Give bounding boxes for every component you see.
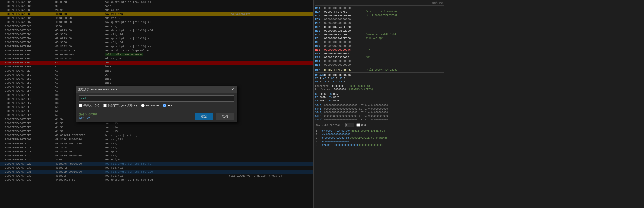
modal-cancel-button[interactable]: 取消 [216, 113, 234, 120]
modal-close-button[interactable]: ✕ [230, 87, 235, 92]
seg-gs: GS 002B [315, 93, 326, 96]
st-reg-name: ST(2) [315, 111, 324, 114]
last-status-value: 00000000 [334, 88, 346, 91]
reg-value[interactable]: 000000D72A28EF68 [324, 37, 365, 40]
last-status-label: LastStatus [315, 88, 330, 91]
seg-fs: FS 0053 [329, 93, 339, 96]
flag-of-label: OF 0 [331, 77, 337, 80]
call-stack-row: 3:r8000000D72A28EF68000000D72A28EF68 &"呀… [316, 136, 443, 140]
rflags-value[interactable]: 0000000000000246 [324, 74, 365, 77]
seg-es: ES 002B [315, 96, 326, 99]
reg-name: R13 [315, 56, 324, 59]
reg-row: R150000000000000000 [315, 63, 444, 67]
modal-nop-size-checkbox-label[interactable]: 保持大小(S) [79, 104, 100, 107]
st-reg-name: ST(3) [315, 115, 324, 118]
cs-reg: r8 [321, 137, 324, 140]
reg-row: R140000000000000000 [315, 59, 444, 63]
reg-row: R130000023553C0000'@' [315, 55, 444, 59]
cs-reg: [rsp+28] [321, 144, 333, 147]
unlock-label[interactable]: 解锁 [356, 123, 366, 127]
cs-reg: r9 [321, 140, 324, 143]
seg-ds: DS 002B [329, 96, 339, 99]
modal-asmjit-radio-label[interactable]: asmjit [163, 104, 177, 107]
reg-value[interactable]: 0000000000000000 [324, 60, 365, 63]
reg-value[interactable]: 0000000000000001 [324, 52, 365, 55]
reg-row: RDX0000000000000000 [315, 17, 444, 21]
reg-name: RSP [315, 26, 324, 29]
modal-footer: 指令编码成功! 字节：C3 确定 取消 [76, 111, 237, 122]
reg-value[interactable]: 0000000000000000 [324, 7, 365, 10]
reg-row: RSP000000D72A28EF70 [315, 25, 444, 29]
regs-divider-4 [315, 92, 444, 92]
reg-value[interactable]: 0000000000000000 [324, 41, 365, 44]
reg-row: RSI000000D72A592000 [315, 29, 444, 33]
disasm-panel: ·00007FFEAF67FBBAD350 A8rcl dword ptr ds… [0, 0, 313, 208]
reg-comment: "LdrpInitializeProces [366, 10, 443, 13]
cs-addr-val: 0000000000000000 [325, 140, 349, 143]
reg-row: RBP0000000000000000 [315, 21, 444, 25]
modal-nop-size-checkbox[interactable] [79, 104, 82, 107]
modal-ok-button[interactable]: 确定 [195, 113, 213, 120]
reg-name: RDI [315, 33, 324, 36]
call-stack-row: 2:rdx0000000000000000 [316, 133, 443, 136]
reg-name: R14 [315, 60, 324, 63]
last-error-value: 00000000 [332, 85, 344, 88]
reg-row: R8000000D72A28EF68&"呀x\n€|$@" [315, 36, 444, 40]
reg-value[interactable]: 000000D72A28EF70 [324, 26, 365, 29]
default-cc-label: 默认 (x64 fastcall) [316, 123, 343, 127]
cs-detail: 000000D72A28EF68 &"呀x\n€| [350, 136, 389, 140]
regs-divider-3 [315, 84, 444, 84]
reg-value[interactable]: 000000D72A592000 [324, 29, 365, 32]
reg-value[interactable]: 00007FFFB787F0 [324, 10, 365, 13]
reg-value[interactable]: 0000000000000000 [324, 18, 365, 21]
segment-row-2: ES 002B DS 002B [315, 96, 444, 99]
modal-xedparse-radio[interactable] [141, 104, 145, 107]
rflags-row: RFLAGS 0000000000000246 [315, 73, 444, 77]
modal-title: 正汇编于 00007FFEAF67FBC0 [78, 88, 117, 91]
reg-row: R90000000000000000 [315, 40, 444, 44]
reg-name: RSI [315, 29, 324, 32]
reg-comment: ntdl1.00007FFEAF6EF89 [366, 14, 443, 17]
reg-value[interactable]: 000007FFEAF6EF894 [324, 14, 365, 17]
default-cc-row: 默认 (x64 fastcall) 解锁 [315, 123, 444, 127]
reg-row: R100000000000000000 [315, 44, 444, 48]
reg-value[interactable]: 0000000000000246 [324, 48, 365, 51]
main-container: ·00007FFEAF67FBBAD350 A8rcl dword ptr ds… [0, 0, 644, 208]
reg-value[interactable]: 0000000000000000 [324, 63, 365, 66]
modal-asm-input[interactable] [79, 95, 234, 102]
hide-fpu-label[interactable]: 隐藏FPU [315, 1, 444, 6]
modal-fill-nop-checkbox[interactable] [103, 104, 107, 107]
last-status-detail: (STATUS_SUCCESS) [349, 88, 373, 91]
cs-num: 4: [316, 140, 321, 143]
cs-detail: 0000000000000000 [359, 144, 383, 147]
reg-comment: "minkernel\ntdll\\ld [366, 33, 443, 36]
regs-divider-1 [315, 67, 444, 67]
unlock-checkbox[interactable] [356, 123, 360, 127]
cs-num: 3: [316, 137, 321, 140]
reg-value[interactable]: 0000000000000000 [324, 22, 365, 25]
reg-comment: '@' [366, 56, 443, 59]
modal-overlay: 正汇编于 00007FFEAF67FBC0 ✕ 保持大小(S) 剩余字节以NOP… [0, 0, 313, 208]
reg-name: RBX [315, 10, 324, 13]
flag-if-label: IF 1 [331, 80, 337, 83]
modal-fill-nop-checkbox-label[interactable]: 剩余字节以NOP填充(F) [103, 104, 137, 107]
reg-value[interactable]: 000000FE787C08 [324, 33, 365, 36]
st-registers: ST(0)0000000000000000000000 x87r0 ≈ 0.00… [315, 104, 444, 121]
default-cc-input[interactable] [345, 123, 354, 127]
modal-asmjit-radio[interactable] [163, 104, 166, 107]
last-error-label: LastError [315, 85, 329, 88]
rip-value[interactable]: 00007FFEAF72B825 [324, 68, 365, 72]
st-reg-row: ST(2)0000000000000000000000 x87r2 ≈ 0.00… [315, 111, 444, 114]
modal-options-row: 保持大小(S) 剩余字节以NOP填充(F) XEDParse asmj [79, 104, 234, 107]
last-error-detail: (ERROR_SUCCESS) [347, 85, 370, 88]
regs-divider-6 [315, 122, 444, 122]
segment-row-3: CS 0033 SS 002B [315, 99, 444, 102]
reg-name: R8 [315, 37, 324, 40]
reg-value[interactable]: 0000023553C0000 [324, 56, 365, 59]
reg-row: RDI000000FE787C08"minkernel\ntdll\\ld [315, 33, 444, 36]
reg-row: RAX0000000000000000 [315, 6, 444, 10]
st-reg-row: ST(0)0000000000000000000000 x87r0 ≈ 0.00… [315, 104, 444, 107]
reg-value[interactable]: 0000000000000000 [324, 44, 365, 48]
modal-xedparse-radio-label[interactable]: XEDParse [141, 104, 159, 107]
st-reg-value: 0000000000000000000000 x87r1 ≈ 0.0000000… [324, 108, 388, 110]
